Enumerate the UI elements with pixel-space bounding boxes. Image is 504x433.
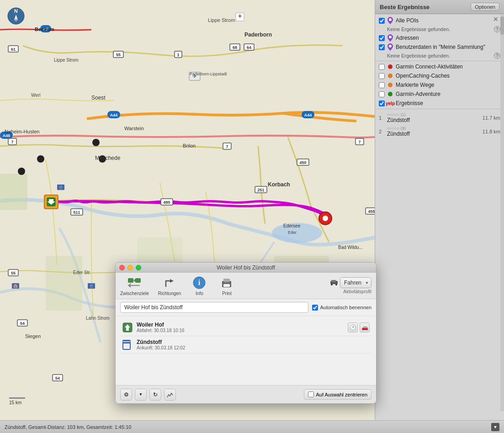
- ergebnisse-checkbox[interactable]: [379, 100, 385, 106]
- print-button[interactable]: Print: [218, 275, 236, 296]
- result-row-2[interactable]: 2 ○○○○○ (9) Zündstoff 11.8 km: [375, 125, 504, 138]
- svg-text:Korbach: Korbach: [268, 181, 290, 188]
- svg-text:Warstein: Warstein: [124, 126, 144, 131]
- svg-rect-107: [224, 282, 229, 283]
- purple-pin-icon-2: [387, 35, 393, 41]
- status-arrow-button[interactable]: [491, 423, 499, 431]
- info-circle-benutzerdaten[interactable]: ?: [494, 53, 500, 59]
- sidebar-close-button[interactable]: ✕: [493, 16, 499, 23]
- info-circle-alle-pois[interactable]: ?: [494, 26, 500, 32]
- svg-text:450: 450: [299, 160, 306, 165]
- svg-point-55: [18, 168, 25, 175]
- center-checkbox[interactable]: [308, 391, 314, 397]
- alle-pois-label: Alle POIs: [396, 17, 419, 24]
- settings-dropdown-button[interactable]: ▼: [135, 389, 147, 401]
- poi-row-markierte-wege: Markierte Wege: [375, 80, 504, 90]
- sidebar-scroll[interactable]: Alle POIs Keine Ergebnisse gefunden. ? A…: [375, 14, 504, 420]
- svg-text:251: 251: [257, 188, 264, 192]
- waypoint-end-name: Zündstoff: [137, 339, 370, 345]
- info-icon: i: [192, 275, 207, 290]
- garmin-adventure-checkbox[interactable]: [379, 91, 385, 97]
- svg-text:54: 54: [20, 321, 25, 326]
- purple-pin-icon-3: [387, 44, 393, 50]
- status-text: Zündstoff, Gesamt-Distanz: 103 km, Gesam…: [5, 424, 131, 430]
- opencaching-checkbox[interactable]: [379, 73, 385, 79]
- markierte-wege-checkbox[interactable]: [379, 82, 385, 88]
- svg-point-10: [323, 216, 328, 221]
- svg-text:Meschede: Meschede: [95, 155, 121, 161]
- svg-text:Lahn Strom: Lahn Strom: [86, 316, 110, 321]
- auto-name-checkbox[interactable]: [312, 305, 318, 311]
- svg-point-94: [388, 83, 393, 87]
- benutzerdaten-checkbox[interactable]: [379, 44, 385, 50]
- waypoint-clock-button[interactable]: 🕐: [348, 322, 358, 333]
- car-icon: [330, 279, 338, 287]
- garmin-adventure-label: Garmin-Adventure: [396, 91, 440, 97]
- minimize-traffic-light[interactable]: [127, 265, 133, 270]
- result-stars-1: ○○○○○ (1): [387, 112, 406, 117]
- svg-rect-81: [9, 397, 25, 399]
- sidebar: Beste Ergebnisse Optionen ✕ Alle POIs Ke…: [375, 0, 504, 420]
- richtungen-button[interactable]: Richtungen: [158, 275, 181, 296]
- center-on-selection-button[interactable]: Auf Auswahl zentrieren: [304, 389, 371, 400]
- activity-select-wrapper[interactable]: Fahren ▼: [340, 277, 371, 288]
- result-num-2: 2: [379, 129, 385, 134]
- auto-name-label[interactable]: Automatisch benennen: [312, 305, 371, 311]
- svg-text:15 km: 15 km: [9, 400, 21, 405]
- alle-pois-checkbox[interactable]: [379, 18, 385, 24]
- maximize-traffic-light[interactable]: [136, 265, 141, 270]
- svg-text:A44: A44: [110, 113, 118, 117]
- green-dot-icon: [387, 91, 393, 97]
- svg-text:61: 61: [11, 47, 16, 52]
- svg-text:Lippe Strom: Lippe Strom: [208, 17, 235, 23]
- activity-profile-label: Aktivitätsprofil: [343, 289, 371, 294]
- result-dist-1: 11.7 km: [483, 115, 500, 121]
- svg-text:55: 55: [116, 53, 121, 57]
- opencaching-label: OpenCaching-Caches: [396, 73, 450, 79]
- svg-rect-98: [135, 278, 141, 283]
- info-button[interactable]: i Info: [190, 275, 208, 296]
- waypoint-end[interactable]: Zündstoff Ankunft: 30.03.18 12:02: [120, 336, 371, 354]
- start-waypoint-icon: [122, 322, 133, 333]
- purple-pin-icon: [387, 17, 393, 24]
- activity-select[interactable]: Fahren: [340, 277, 371, 288]
- close-traffic-light[interactable]: [119, 265, 125, 270]
- svg-text:🏨: 🏨: [13, 284, 18, 288]
- markierte-wege-label: Markierte Wege: [396, 82, 434, 88]
- waypoint-car-button[interactable]: 🚗: [360, 322, 370, 333]
- poi-row-opencaching: OpenCaching-Caches: [375, 71, 504, 80]
- result-row-1[interactable]: 1 ○○○○○ (1) Zündstoff 11.7 km: [375, 111, 504, 125]
- route-name-row: Automatisch benennen: [116, 299, 376, 316]
- options-button[interactable]: Optionen: [471, 3, 499, 11]
- result-name-2: Zündstoff: [387, 131, 481, 137]
- waypoint-end-time: Ankunft: 30.03.18 12:02: [137, 345, 370, 350]
- toolbar-right: Fahren ▼ Aktivitätsprofil: [330, 277, 371, 294]
- route-name-input[interactable]: [120, 302, 308, 313]
- svg-text:🍴: 🍴: [58, 185, 63, 190]
- svg-text:Edersee: Edersee: [283, 223, 301, 228]
- orange-dot-icon: [387, 73, 393, 79]
- dialog-title: Woiler Hof bis Zündstoff: [217, 264, 275, 271]
- garmin-connect-checkbox[interactable]: [379, 64, 385, 70]
- zwischenziele-icon: [127, 275, 142, 290]
- svg-rect-109: [331, 280, 336, 282]
- end-waypoint-icon: [122, 339, 133, 350]
- svg-text:480: 480: [163, 200, 170, 205]
- chart-button[interactable]: [164, 389, 176, 401]
- poi-row-ergebnisse: yelp Ergebnisse: [375, 99, 504, 108]
- svg-rect-4: [46, 256, 82, 311]
- status-right: [491, 423, 499, 431]
- svg-text:i: i: [198, 279, 201, 286]
- refresh-button[interactable]: ↻: [149, 389, 161, 401]
- svg-rect-105: [223, 279, 230, 282]
- result-name-1: Zündstoff: [387, 117, 481, 123]
- settings-button[interactable]: ⚙: [120, 389, 132, 401]
- adressen-checkbox[interactable]: [379, 35, 385, 41]
- waypoint-start[interactable]: Woiler Hof Abfahrt: 30.03.18 10:16 🕐 🚗: [120, 319, 371, 336]
- poi-row-garmin-adventure: Garmin-Adventure: [375, 90, 504, 99]
- svg-text:Soest: Soest: [91, 95, 106, 101]
- svg-rect-2: [0, 174, 27, 210]
- zwischenziele-button[interactable]: Zwischenziele: [120, 275, 149, 296]
- svg-text:68: 68: [233, 45, 237, 50]
- print-label: Print: [222, 291, 232, 296]
